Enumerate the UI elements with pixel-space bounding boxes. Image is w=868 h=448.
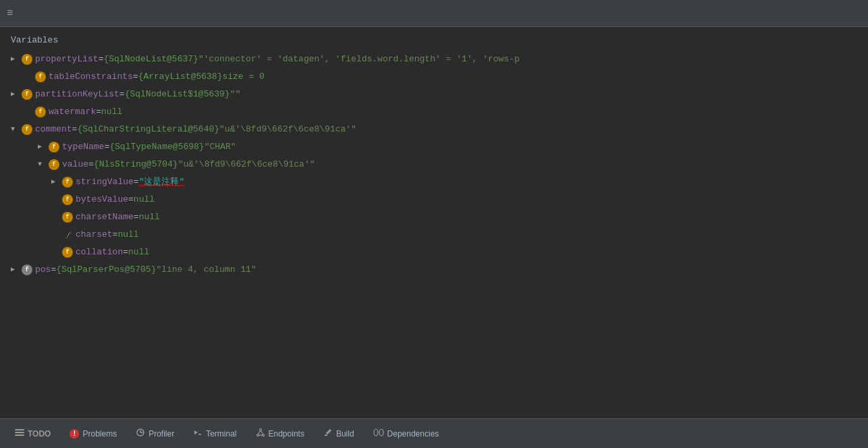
endpoints-label: Endpoints (269, 429, 304, 439)
profiler-icon (136, 428, 145, 439)
expand-arrow[interactable] (11, 87, 22, 102)
var-value: "这是注释" (139, 175, 185, 190)
svg-rect-2 (15, 435, 24, 436)
type-ref: {ArrayList@5638} (138, 69, 223, 84)
build-icon (323, 428, 333, 439)
tree-row[interactable]: f watermark = null (0, 103, 868, 121)
var-name: charset (76, 227, 113, 242)
svg-point-13 (374, 429, 378, 436)
svg-marker-4 (194, 430, 198, 435)
var-name: bytesValue (76, 192, 128, 207)
sidebar-item-todo[interactable]: TODO (5, 419, 60, 448)
sidebar-item-terminal[interactable]: Terminal (184, 419, 246, 448)
operator: = (96, 105, 101, 119)
terminal-label: Terminal (206, 429, 236, 439)
operator: = (128, 192, 134, 207)
var-name: stringValue (76, 175, 134, 190)
tree-row[interactable]: f bytesValue = null (0, 191, 868, 208)
expand-arrow[interactable] (11, 122, 22, 137)
var-name: watermark (49, 105, 96, 119)
tree-row[interactable]: f propertyList = {SqlNodeList@5637} "'co… (0, 51, 868, 68)
sidebar-item-build[interactable]: Build (314, 419, 364, 448)
var-value: "" (230, 87, 241, 102)
type-ref: {SqlTypeName@5698} (109, 140, 204, 155)
tree-row[interactable]: f pos = {SqlParserPos@5705} "line 4, col… (0, 261, 868, 279)
var-name: partitionKeyList (35, 87, 119, 102)
field-badge: f (22, 89, 32, 100)
sidebar-item-endpoints[interactable]: Endpoints (246, 419, 314, 448)
tree-row[interactable]: f collation = null (0, 244, 868, 261)
tree-row[interactable]: f stringValue = "这是注释" (0, 173, 868, 191)
tree-row[interactable]: f value = {NlsString@5704} "u&'\8fd9\662… (0, 156, 868, 173)
tree-row[interactable]: 𝑓 charset = null (0, 226, 868, 244)
error-icon: ! (70, 429, 79, 439)
operator: = (134, 210, 139, 225)
field-badge: f (62, 212, 73, 223)
var-value: null (139, 210, 160, 225)
type-ref: {SqlCharStringLiteral@5640} (77, 122, 219, 137)
menu-icon[interactable]: ≡ (7, 7, 13, 20)
tree-row[interactable]: f typeName = {SqlTypeName@5698} "CHAR" (0, 138, 868, 156)
expand-arrow[interactable] (51, 175, 62, 190)
tree-row[interactable]: f partitionKeyList = {SqlNodeList$1@5639… (0, 86, 868, 103)
dependencies-label: Dependencies (387, 429, 439, 439)
field-badge: f (22, 264, 32, 275)
operator: = (133, 69, 138, 84)
dependencies-icon (373, 428, 384, 439)
operator: = (51, 262, 56, 277)
field-badge: f (49, 159, 59, 170)
field-badge: f (62, 177, 73, 188)
svg-rect-5 (198, 434, 201, 435)
svg-rect-1 (15, 432, 24, 433)
expand-arrow[interactable] (11, 52, 22, 67)
var-name: comment (35, 122, 72, 137)
var-name: value (62, 157, 88, 172)
var-value: "u&'\8fd9\662f\6ce8\91ca'" (178, 157, 315, 172)
tree-row[interactable]: f tableConstraints = {ArrayList@5638} si… (0, 68, 868, 86)
field-badge: f (35, 107, 46, 117)
svg-point-14 (379, 429, 383, 436)
var-value: null (134, 192, 155, 207)
sidebar-item-problems[interactable]: ! Problems (60, 419, 126, 448)
field-badge: f (22, 54, 32, 65)
var-value: "CHAR" (205, 140, 236, 155)
field-badge: f (22, 124, 32, 135)
flag-badge: 𝑓 (62, 229, 73, 240)
sidebar-item-profiler[interactable]: Profiler (126, 419, 184, 448)
operator: = (72, 122, 78, 137)
operator: = (99, 52, 104, 67)
type-ref: {SqlNodeList$1@5639} (125, 87, 230, 102)
var-value: null (128, 245, 149, 260)
field-badge: f (35, 72, 46, 82)
operator: = (119, 87, 125, 102)
expand-arrow[interactable] (38, 140, 49, 155)
status-bar: TODO ! Problems Profiler Terminal (0, 418, 868, 448)
terminal-icon (193, 428, 202, 439)
type-ref: {NlsString@5704} (94, 157, 178, 172)
sidebar-item-dependencies[interactable]: Dependencies (364, 419, 449, 448)
build-label: Build (336, 429, 354, 439)
endpoints-icon (256, 428, 265, 439)
tree-row[interactable]: f charsetName = null (0, 208, 868, 226)
expand-arrow[interactable] (11, 262, 22, 277)
svg-rect-0 (15, 429, 24, 430)
section-title: Variables (0, 32, 868, 51)
svg-rect-12 (325, 435, 327, 436)
problems-label: Problems (82, 429, 117, 439)
operator: = (123, 245, 128, 260)
toolbar: ≡ (0, 0, 868, 27)
var-value: null (117, 227, 138, 242)
tree-row[interactable]: f comment = {SqlCharStringLiteral@5640} … (0, 121, 868, 138)
type-ref: {SqlNodeList@5637} (103, 52, 198, 67)
var-name: tableConstraints (49, 69, 133, 84)
type-ref: {SqlParserPos@5705} (56, 262, 156, 277)
svg-point-6 (259, 429, 261, 431)
svg-line-10 (261, 431, 263, 435)
field-badge: f (49, 142, 59, 152)
var-value: "line 4, column 11" (156, 262, 256, 277)
expand-arrow[interactable] (38, 157, 49, 172)
svg-line-9 (258, 431, 261, 435)
var-value: "u&'\8fd9\662f\6ce8\91ca'" (219, 122, 356, 137)
todo-label: TODO (28, 429, 51, 439)
operator: = (88, 157, 94, 172)
